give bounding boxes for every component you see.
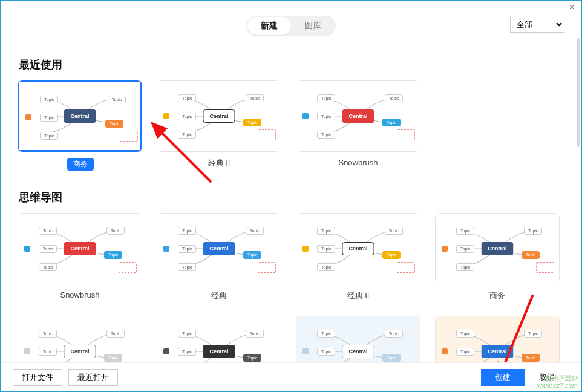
mindmap-topic: Topic	[178, 245, 196, 253]
template-card: Central Topic Topic Topic Topic Topic	[157, 316, 281, 362]
mindmap-central: Central	[64, 345, 96, 358]
title-bar: ×	[1, 1, 581, 14]
mindmap-topic: Topic	[456, 330, 474, 338]
template-card: Central Topic Topic Topic Topic Topic 经典…	[296, 213, 420, 301]
template-thumb[interactable]: Central Topic Topic Topic Topic Topic	[296, 213, 420, 284]
template-label: 经典 II	[157, 158, 281, 169]
mindmap-topic: Topic	[317, 131, 335, 139]
mindmap-topic: Topic	[39, 330, 57, 338]
mindmap-topic: Topic	[243, 354, 261, 362]
mindmap-topic: Topic	[178, 263, 196, 271]
mindmap-topic: Topic	[39, 263, 57, 271]
mindmap-topic: Topic	[385, 330, 403, 338]
mindmap-topic: Topic	[40, 96, 58, 103]
mindmap-topic: Topic	[104, 251, 122, 259]
template-thumb[interactable]: Central Topic Topic Topic Topic Topic	[18, 213, 142, 284]
mindmap-topic: Topic	[178, 113, 196, 120]
mindmap-topic: Topic	[40, 114, 58, 122]
template-thumb[interactable]: Central Topic Topic Topic Topic Topic	[296, 316, 420, 362]
mindmap-topic: Topic	[243, 119, 261, 126]
mindmap-topic: Topic	[522, 354, 540, 362]
mindmap-subtopic	[397, 129, 415, 140]
mindmap-topic: Topic	[246, 94, 264, 102]
template-card: Central Topic Topic Topic Topic Topic 商务	[435, 213, 560, 301]
mindmap-topic: Topic	[246, 227, 264, 235]
template-card: Central Topic Topic Topic Topic Topic	[18, 316, 142, 362]
mindmap-topic: Topic	[317, 94, 335, 102]
create-button[interactable]: 创建	[481, 369, 525, 386]
mindmap-topic: Topic	[178, 227, 196, 235]
tab-group: 新建 图库	[246, 16, 336, 36]
template-thumb[interactable]: Central Topic Topic Topic Topic Topic	[157, 316, 281, 362]
template-thumb[interactable]: Central Topic Topic Topic Topic Topic	[18, 80, 142, 152]
mindmap-topic: Topic	[178, 131, 196, 139]
mindmap-topic: Topic	[178, 348, 196, 356]
mindmap-topic: Topic	[385, 94, 403, 102]
content-area[interactable]: 最近使用 Central Topic Topic Topic Topic Top…	[1, 38, 581, 362]
mindmap-subtopic	[120, 131, 138, 142]
mindmap-topic: Topic	[243, 251, 261, 259]
mindmap-central: Central	[64, 242, 96, 255]
tab-gallery[interactable]: 图库	[291, 17, 335, 35]
scrollbar-thumb[interactable]	[577, 38, 580, 147]
template-label: 商务	[435, 290, 560, 301]
tab-new[interactable]: 新建	[247, 17, 291, 35]
mindmap-topic: Topic	[456, 263, 474, 271]
template-card: Central Topic Topic Topic Topic Topic Sn…	[18, 213, 142, 301]
template-card: Central Topic Topic Topic Topic Topic 商务	[18, 80, 142, 171]
template-label: Snowbrush	[296, 158, 420, 167]
mindmap-topic: Topic	[317, 330, 335, 338]
template-label: Snowbrush	[18, 290, 142, 299]
mindmap-subtopic	[258, 262, 276, 273]
mindmap-topic: Topic	[524, 330, 542, 338]
mindmap-central: Central	[203, 345, 235, 358]
mindmap-topic: Topic	[317, 227, 335, 235]
template-card: Central Topic Topic Topic Topic Topic 经典…	[157, 80, 281, 171]
template-card: Central Topic Topic Topic Topic Topic Sn…	[296, 80, 420, 171]
grid-mindmap: Central Topic Topic Topic Topic Topic Sn…	[18, 213, 564, 362]
template-card: Central Topic Topic Topic Topic Topic	[435, 316, 560, 362]
mindmap-topic: Topic	[382, 251, 401, 259]
template-label: 经典 II	[296, 290, 420, 301]
recent-open-button[interactable]: 最近打开	[68, 369, 118, 386]
mindmap-topic: Topic	[317, 113, 335, 120]
close-button[interactable]: ×	[567, 2, 577, 12]
filter-select[interactable]: 全部	[510, 16, 564, 33]
open-file-button[interactable]: 打开文件	[13, 369, 62, 386]
mindmap-topic: Topic	[39, 348, 57, 356]
template-thumb[interactable]: Central Topic Topic Topic Topic Topic	[18, 316, 142, 362]
mindmap-topic: Topic	[178, 330, 196, 338]
mindmap-central: Central	[342, 109, 374, 123]
template-thumb[interactable]: Central Topic Topic Topic Topic Topic	[296, 80, 420, 152]
template-card: Central Topic Topic Topic Topic Topic 经典	[157, 213, 281, 301]
mindmap-central: Central	[481, 242, 513, 255]
app-window: × 新建 图库 全部 最近使用 Central Topic Topic Topi…	[0, 0, 582, 392]
mindmap-central: Central	[64, 109, 96, 123]
mindmap-topic: Topic	[456, 227, 474, 235]
template-thumb[interactable]: Central Topic Topic Topic Topic Topic	[435, 316, 560, 362]
template-label: 商务	[67, 158, 94, 171]
mindmap-subtopic	[536, 262, 554, 273]
mindmap-central: Central	[203, 109, 235, 123]
filter-dropdown[interactable]: 全部	[510, 16, 564, 33]
mindmap-subtopic	[397, 262, 415, 273]
template-thumb[interactable]: Central Topic Topic Topic Topic Topic	[435, 213, 560, 284]
section-title-mindmap: 思维导图	[19, 190, 564, 204]
mindmap-topic: Topic	[317, 245, 335, 253]
mindmap-subtopic	[119, 262, 137, 273]
mindmap-topic: Topic	[40, 132, 58, 140]
mindmap-topic: Topic	[39, 245, 57, 253]
template-card: Central Topic Topic Topic Topic Topic	[296, 316, 420, 362]
cancel-button[interactable]: 取消	[531, 369, 563, 386]
mindmap-topic: Topic	[39, 227, 57, 235]
mindmap-topic: Topic	[246, 330, 264, 338]
mindmap-topic: Topic	[104, 354, 122, 362]
template-thumb[interactable]: Central Topic Topic Topic Topic Topic	[157, 80, 281, 152]
mindmap-topic: Topic	[178, 94, 196, 102]
mindmap-central: Central	[203, 242, 235, 255]
mindmap-central: Central	[342, 242, 374, 255]
template-thumb[interactable]: Central Topic Topic Topic Topic Topic	[157, 213, 281, 284]
mindmap-central: Central	[481, 345, 513, 358]
grid-recent: Central Topic Topic Topic Topic Topic 商务…	[18, 80, 564, 171]
mindmap-topic: Topic	[317, 263, 335, 271]
